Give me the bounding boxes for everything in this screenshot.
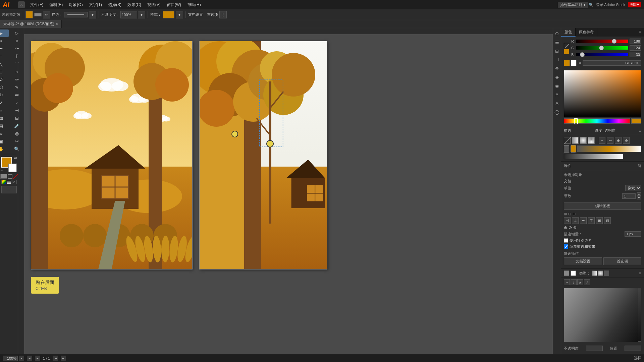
preferences-btn[interactable]: 首选项 xyxy=(207,12,218,17)
gradient-stop-active[interactable] xyxy=(571,145,576,153)
first-artboard[interactable]: |◄ xyxy=(53,356,58,361)
tool-eyedropper[interactable]: 💉 xyxy=(9,122,24,129)
tool-column-graph[interactable]: ▦ xyxy=(0,114,9,122)
canvas-content[interactable]: 贴在后面 Ctrl+B xyxy=(24,34,561,354)
tool-symbol[interactable]: ◎ xyxy=(9,130,24,137)
swap-colors-btn[interactable]: ⇄ xyxy=(14,156,17,160)
grad-freeform-icon[interactable] xyxy=(604,270,609,276)
opacity-arrow[interactable]: ▾ xyxy=(138,11,145,18)
menu-select[interactable]: 选择(S) xyxy=(105,1,124,8)
gradient-opacity-track[interactable] xyxy=(564,154,623,159)
r-value[interactable] xyxy=(630,39,641,44)
color-fill-icon[interactable] xyxy=(564,49,569,54)
prev-artboard[interactable]: ◄ xyxy=(27,356,32,361)
stroke-indicator[interactable] xyxy=(64,12,88,17)
scale-up[interactable]: ▲ xyxy=(637,192,641,196)
gradient-reverse[interactable]: ↔ xyxy=(599,137,605,144)
grad-radial-icon[interactable] xyxy=(598,270,603,276)
menu-edit[interactable]: 编辑(E) xyxy=(47,1,65,8)
toolbar-color-swatch[interactable] xyxy=(25,11,33,18)
r-slider[interactable] xyxy=(576,40,628,43)
b-value[interactable] xyxy=(630,52,641,57)
none-btn[interactable] xyxy=(13,174,18,179)
properties-panel-header[interactable]: 属性 所 xyxy=(561,162,644,170)
preferences-quick-btn[interactable]: 首选项 xyxy=(603,257,642,265)
user-label[interactable]: 登录 Adobe Stock xyxy=(596,2,625,7)
expand-panel-icon[interactable]: A xyxy=(554,91,560,98)
hex-fg-swatch[interactable] xyxy=(564,60,570,66)
tool-rect[interactable]: □ xyxy=(0,68,9,75)
grad-next-swatch[interactable] xyxy=(571,270,576,276)
menu-window[interactable]: 窗口(W) xyxy=(164,1,184,8)
preview-bounds-checkbox[interactable] xyxy=(564,238,568,243)
gradient-panel-header[interactable]: 描边 渐变 透明度 ≡ xyxy=(561,126,644,135)
transform-icon[interactable]: ⊞ xyxy=(554,48,560,54)
tool-pencil[interactable]: ✎ xyxy=(9,83,24,91)
arrange-button[interactable]: 排列基本功能 ▾ xyxy=(558,2,588,8)
pathfinder-icon[interactable]: ⊕ xyxy=(554,65,560,72)
grad-adj-icon1[interactable]: ↔ xyxy=(564,279,570,285)
tool-hand[interactable]: ✋ xyxy=(0,145,9,153)
stroke-width-input[interactable] xyxy=(625,231,641,237)
last-artboard[interactable]: ►| xyxy=(61,356,66,361)
unit-select[interactable]: 像素 毫米 厘米 英寸 点 xyxy=(625,185,641,191)
scale-strokes-checkbox[interactable] xyxy=(564,244,568,249)
grad-adj-icon3[interactable]: ↙ xyxy=(577,279,583,285)
document-tab[interactable]: 未标题-2* @ 100% (RGB/预览) × xyxy=(0,20,62,28)
freeform-gradient-type[interactable] xyxy=(588,137,595,144)
color-spectrum[interactable] xyxy=(564,70,641,117)
align-top[interactable]: ⊤ xyxy=(588,217,595,224)
tool-gradient[interactable]: ▤ xyxy=(0,122,9,129)
tool-warp[interactable]: ⌂ xyxy=(0,107,9,114)
grad-linear-icon[interactable] xyxy=(592,270,597,276)
tool-curvature[interactable]: 〜 xyxy=(9,45,24,52)
b-slider[interactable] xyxy=(576,53,628,56)
graphic-styles-icon[interactable]: ◉ xyxy=(554,82,560,89)
tool-shaper[interactable]: ⬡ xyxy=(0,83,9,91)
linear-gradient-type[interactable] xyxy=(572,137,579,144)
opacity-input[interactable] xyxy=(120,11,137,18)
hex-input[interactable] xyxy=(583,60,641,66)
tool-lasso[interactable]: ⟡ xyxy=(0,37,9,45)
align-icon[interactable]: ⊣ xyxy=(554,56,560,63)
more-tools-btn[interactable]: ... xyxy=(1,186,17,193)
doc-settings-quick-btn[interactable]: 文档设置 xyxy=(564,257,602,265)
home-icon[interactable]: ⌂ xyxy=(18,1,25,8)
text-icon[interactable]: A xyxy=(554,100,560,107)
fill-btn[interactable] xyxy=(0,174,7,179)
align-bottom[interactable]: ⊟ xyxy=(604,217,611,224)
tool-zoom[interactable]: 🔍 xyxy=(9,145,24,153)
gradient-edit[interactable]: ✏ xyxy=(607,137,613,144)
gradient-mode-btn[interactable] xyxy=(7,180,11,184)
menu-text[interactable]: 文字(T) xyxy=(86,1,105,8)
artboard-left[interactable] xyxy=(31,41,193,269)
zoom-down[interactable]: ▾ xyxy=(19,356,24,361)
no-gradient-swatch[interactable] xyxy=(564,137,571,144)
toolbar-more-btn[interactable]: ⋮ xyxy=(219,11,227,18)
zoom-input[interactable] xyxy=(3,356,18,361)
menu-effect[interactable]: 效果(C) xyxy=(125,1,144,8)
gradient-preview-header[interactable]: 类型： ≡ xyxy=(561,269,644,278)
none-mode-btn[interactable]: ✕ xyxy=(12,180,17,184)
stroke-arrow[interactable]: ▾ xyxy=(89,11,96,18)
doc-tab-close[interactable]: × xyxy=(56,22,58,26)
align-center[interactable]: ⊥ xyxy=(572,217,579,224)
menu-view[interactable]: 视图(V) xyxy=(145,1,163,8)
tool-blob-brush[interactable]: ✏ xyxy=(9,76,24,83)
tool-selection[interactable]: ▶ xyxy=(0,29,9,37)
tool-blend[interactable]: ∞ xyxy=(0,130,9,137)
artboard-right[interactable] xyxy=(199,41,327,269)
next-artboard[interactable]: ► xyxy=(35,356,40,361)
tool-artboard[interactable]: ▣ xyxy=(0,137,9,145)
tab-color-ref[interactable]: 颜色参考 xyxy=(576,28,597,37)
tool-line[interactable]: ╲ xyxy=(0,60,9,68)
align-right[interactable]: ⊢ xyxy=(580,217,587,224)
gradient-stop-left[interactable] xyxy=(564,145,569,153)
color-panel-menu[interactable]: ≡ xyxy=(637,28,644,37)
tool-direct-selection[interactable]: ▷ xyxy=(9,29,24,37)
search-icon[interactable]: 🔍 xyxy=(589,3,593,7)
appearance-icon[interactable]: ◈ xyxy=(554,74,560,80)
position-input[interactable] xyxy=(625,346,641,351)
tool-mesh[interactable]: ⊞ xyxy=(9,114,24,122)
grad-adj-icon4[interactable]: ↗ xyxy=(584,279,590,285)
